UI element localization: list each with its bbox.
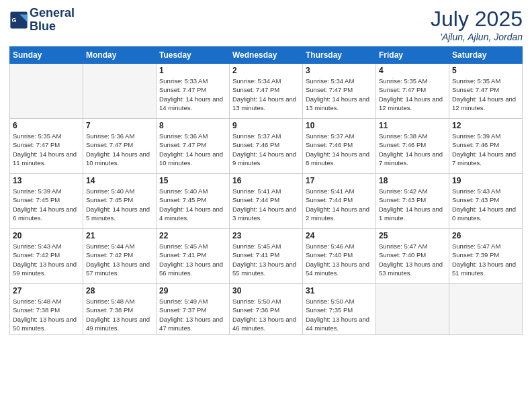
calendar-day-cell: 22Sunrise: 5:45 AMSunset: 7:41 PMDayligh… — [157, 229, 230, 284]
day-number: 15 — [159, 176, 226, 185]
day-info: Sunrise: 5:48 AMSunset: 7:38 PMDaylight:… — [13, 297, 80, 332]
day-number: 29 — [159, 286, 226, 295]
day-info: Sunrise: 5:46 AMSunset: 7:40 PMDaylight:… — [306, 242, 373, 277]
sunset-text: Sunset: 7:46 PM — [379, 140, 446, 149]
calendar-day-cell: 17Sunrise: 5:41 AMSunset: 7:44 PMDayligh… — [303, 174, 376, 229]
day-info: Sunrise: 5:48 AMSunset: 7:38 PMDaylight:… — [86, 297, 153, 332]
sunset-text: Sunset: 7:37 PM — [159, 306, 226, 314]
day-number: 13 — [13, 176, 80, 185]
sunrise-text: Sunrise: 5:35 AM — [13, 132, 80, 140]
sunrise-text: Sunrise: 5:35 AM — [452, 77, 519, 85]
sunset-text: Sunset: 7:46 PM — [452, 140, 519, 149]
day-number: 7 — [86, 121, 153, 130]
sunrise-text: Sunrise: 5:48 AM — [86, 297, 153, 306]
sunset-text: Sunset: 7:43 PM — [452, 195, 519, 204]
day-info: Sunrise: 5:39 AMSunset: 7:45 PMDaylight:… — [13, 187, 80, 222]
sunset-text: Sunset: 7:41 PM — [159, 250, 226, 259]
calendar-day-cell: 29Sunrise: 5:49 AMSunset: 7:37 PMDayligh… — [157, 284, 230, 335]
column-header-monday: Monday — [83, 47, 157, 64]
daylight-text: Daylight: 13 hours and 47 minutes. — [159, 315, 226, 333]
sunset-text: Sunset: 7:42 PM — [86, 250, 153, 259]
sunset-text: Sunset: 7:38 PM — [86, 306, 153, 314]
calendar-day-cell: 8Sunrise: 5:36 AMSunset: 7:47 PMDaylight… — [157, 119, 230, 174]
day-number: 30 — [232, 286, 300, 295]
sunset-text: Sunset: 7:47 PM — [379, 85, 446, 94]
column-header-saturday: Saturday — [449, 47, 523, 64]
sunset-text: Sunset: 7:44 PM — [232, 195, 300, 204]
calendar-day-cell: 16Sunrise: 5:41 AMSunset: 7:44 PMDayligh… — [230, 174, 303, 229]
day-info: Sunrise: 5:35 AMSunset: 7:47 PMDaylight:… — [452, 77, 519, 112]
calendar-table: SundayMondayTuesdayWednesdayThursdayFrid… — [9, 46, 523, 335]
sunset-text: Sunset: 7:42 PM — [13, 250, 80, 259]
sunset-text: Sunset: 7:38 PM — [13, 306, 80, 314]
sunrise-text: Sunrise: 5:41 AM — [306, 187, 373, 195]
sunrise-text: Sunrise: 5:37 AM — [306, 132, 373, 140]
day-info: Sunrise: 5:38 AMSunset: 7:46 PMDaylight:… — [379, 132, 446, 167]
day-number: 18 — [379, 176, 446, 185]
sunrise-text: Sunrise: 5:45 AM — [159, 242, 226, 250]
day-info: Sunrise: 5:37 AMSunset: 7:46 PMDaylight:… — [232, 132, 300, 167]
day-info: Sunrise: 5:47 AMSunset: 7:40 PMDaylight:… — [379, 242, 446, 277]
daylight-text: Daylight: 14 hours and 12 minutes. — [379, 95, 446, 113]
daylight-text: Daylight: 14 hours and 7 minutes. — [379, 150, 446, 168]
calendar-day-cell: 19Sunrise: 5:43 AMSunset: 7:43 PMDayligh… — [449, 174, 523, 229]
sunset-text: Sunset: 7:47 PM — [306, 85, 373, 94]
day-info: Sunrise: 5:45 AMSunset: 7:41 PMDaylight:… — [159, 242, 226, 277]
logo-text: General Blue — [30, 7, 75, 34]
day-info: Sunrise: 5:37 AMSunset: 7:46 PMDaylight:… — [306, 132, 373, 167]
daylight-text: Daylight: 14 hours and 7 minutes. — [452, 150, 519, 168]
calendar-day-cell: 4Sunrise: 5:35 AMSunset: 7:47 PMDaylight… — [376, 64, 449, 119]
sunrise-text: Sunrise: 5:43 AM — [452, 187, 519, 195]
sunrise-text: Sunrise: 5:36 AM — [159, 132, 226, 140]
day-number: 28 — [86, 286, 153, 295]
sunrise-text: Sunrise: 5:45 AM — [232, 242, 300, 250]
calendar-day-cell: 14Sunrise: 5:40 AMSunset: 7:45 PMDayligh… — [83, 174, 157, 229]
main-title: July 2025 — [431, 7, 523, 32]
calendar-header-row: SundayMondayTuesdayWednesdayThursdayFrid… — [10, 47, 523, 64]
day-number: 16 — [232, 176, 300, 185]
daylight-text: Daylight: 13 hours and 59 minutes. — [13, 260, 80, 278]
day-info: Sunrise: 5:41 AMSunset: 7:44 PMDaylight:… — [306, 187, 373, 222]
day-info: Sunrise: 5:41 AMSunset: 7:44 PMDaylight:… — [232, 187, 300, 222]
calendar-day-cell: 24Sunrise: 5:46 AMSunset: 7:40 PMDayligh… — [303, 229, 376, 284]
calendar-day-cell: 20Sunrise: 5:43 AMSunset: 7:42 PMDayligh… — [10, 229, 83, 284]
sunrise-text: Sunrise: 5:40 AM — [159, 187, 226, 195]
calendar-day-cell: 25Sunrise: 5:47 AMSunset: 7:40 PMDayligh… — [376, 229, 449, 284]
daylight-text: Daylight: 14 hours and 2 minutes. — [306, 205, 373, 223]
daylight-text: Daylight: 14 hours and 11 minutes. — [13, 150, 80, 168]
sunset-text: Sunset: 7:47 PM — [159, 85, 226, 94]
day-info: Sunrise: 5:36 AMSunset: 7:47 PMDaylight:… — [159, 132, 226, 167]
calendar-week-row: 1Sunrise: 5:33 AMSunset: 7:47 PMDaylight… — [10, 64, 523, 119]
day-info: Sunrise: 5:49 AMSunset: 7:37 PMDaylight:… — [159, 297, 226, 332]
column-header-tuesday: Tuesday — [157, 47, 230, 64]
calendar-day-cell: 23Sunrise: 5:45 AMSunset: 7:41 PMDayligh… — [230, 229, 303, 284]
calendar-week-row: 6Sunrise: 5:35 AMSunset: 7:47 PMDaylight… — [10, 119, 523, 174]
daylight-text: Daylight: 14 hours and 9 minutes. — [232, 150, 300, 168]
sunset-text: Sunset: 7:36 PM — [232, 306, 300, 314]
day-number: 3 — [306, 66, 373, 75]
daylight-text: Daylight: 13 hours and 57 minutes. — [86, 260, 153, 278]
calendar-day-cell: 10Sunrise: 5:37 AMSunset: 7:46 PMDayligh… — [303, 119, 376, 174]
sunset-text: Sunset: 7:43 PM — [379, 195, 446, 204]
day-info: Sunrise: 5:34 AMSunset: 7:47 PMDaylight:… — [306, 77, 373, 112]
day-number: 2 — [232, 66, 300, 75]
sunset-text: Sunset: 7:45 PM — [13, 195, 80, 204]
sunrise-text: Sunrise: 5:46 AM — [306, 242, 373, 250]
title-block: July 2025 'Ajlun, Ajlun, Jordan — [431, 7, 523, 42]
day-number: 25 — [379, 231, 446, 240]
day-info: Sunrise: 5:42 AMSunset: 7:43 PMDaylight:… — [379, 187, 446, 222]
logo: G General Blue — [9, 7, 75, 34]
sunset-text: Sunset: 7:45 PM — [159, 195, 226, 204]
calendar-day-cell: 3Sunrise: 5:34 AMSunset: 7:47 PMDaylight… — [303, 64, 376, 119]
calendar-day-cell: 13Sunrise: 5:39 AMSunset: 7:45 PMDayligh… — [10, 174, 83, 229]
sunset-text: Sunset: 7:46 PM — [306, 140, 373, 149]
calendar-empty-cell — [10, 64, 83, 119]
daylight-text: Daylight: 14 hours and 1 minute. — [379, 205, 446, 223]
day-number: 14 — [86, 176, 153, 185]
sunrise-text: Sunrise: 5:41 AM — [232, 187, 300, 195]
sunrise-text: Sunrise: 5:50 AM — [232, 297, 300, 306]
sunrise-text: Sunrise: 5:44 AM — [86, 242, 153, 250]
column-header-friday: Friday — [376, 47, 449, 64]
column-header-thursday: Thursday — [303, 47, 376, 64]
day-info: Sunrise: 5:33 AMSunset: 7:47 PMDaylight:… — [159, 77, 226, 112]
